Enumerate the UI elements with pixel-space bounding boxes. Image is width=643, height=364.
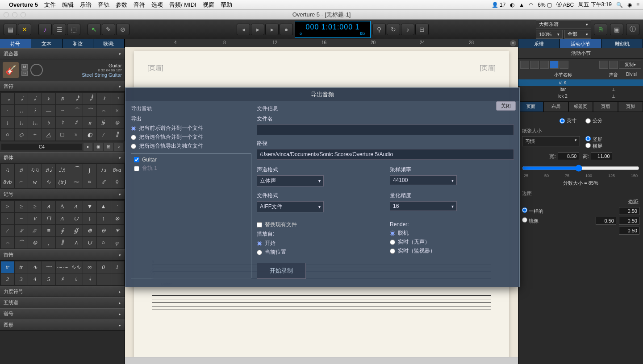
groups-header[interactable]: 群体▾	[0, 152, 125, 163]
replace-checkbox[interactable]: 替换现有文件	[257, 221, 381, 228]
loop-icon[interactable]: ↻	[387, 24, 400, 35]
input-method[interactable]: Ⓐ ABC	[556, 1, 574, 8]
start-record-button[interactable]: 开始录制	[257, 263, 306, 279]
subtab-layout[interactable]: 布局	[543, 101, 568, 112]
format-select[interactable]: AIFF文件	[257, 201, 324, 212]
orient-portrait[interactable]: 竖屏	[585, 136, 602, 143]
spotlight-icon[interactable]: 🔍	[616, 2, 623, 8]
dialog-close-button[interactable]: 关闭	[496, 101, 516, 111]
paper-select[interactable]: 习惯	[522, 136, 580, 146]
list-icon[interactable]: ☰	[53, 24, 66, 35]
filename-input[interactable]	[257, 124, 514, 135]
render-rt-silent[interactable]: 实时（无声）	[390, 238, 514, 246]
margin-2[interactable]	[596, 217, 616, 225]
mute-button[interactable]: M	[21, 64, 28, 70]
preset-select[interactable]: 大师乐谱	[536, 20, 591, 29]
menu-file[interactable]: 文件	[44, 1, 56, 9]
metronome-icon[interactable]: ⚲	[372, 24, 386, 35]
subtab-footer[interactable]: 页脚	[618, 101, 643, 112]
palette-btn-4[interactable]: ♪	[114, 143, 123, 151]
tab-score-r[interactable]: 乐谱	[518, 39, 560, 48]
info-icon[interactable]: ⓘ	[626, 24, 639, 35]
panel-toggle-button[interactable]: ▤	[4, 24, 17, 35]
shape-header[interactable]: 图形▸	[0, 319, 125, 331]
zoom-window[interactable]	[21, 12, 26, 17]
clock[interactable]: 周五 下午3:19	[578, 1, 612, 8]
instrument-icon[interactable]: 🎸	[3, 62, 19, 78]
menu-edit[interactable]: 编辑	[62, 1, 74, 9]
subtab-header[interactable]: 页眉	[593, 101, 618, 112]
tab-symbols[interactable]: 符号	[0, 39, 31, 48]
palette-btn-3[interactable]: ⊞	[104, 143, 113, 151]
rs-icon-3[interactable]	[540, 61, 549, 69]
margin-1[interactable]	[619, 207, 639, 215]
rs-icon-7[interactable]	[609, 61, 618, 69]
pencil-tool[interactable]: ✎	[102, 24, 115, 35]
dynamics-header[interactable]: 力度符号▸	[0, 286, 125, 297]
tab-chords[interactable]: 和弦	[63, 39, 94, 48]
tool-x-button[interactable]: ✕	[18, 24, 31, 35]
width-input[interactable]	[558, 152, 579, 160]
ornaments-header[interactable]: 首饰▾	[0, 249, 125, 261]
status-icon-2[interactable]: ▲	[519, 2, 524, 8]
samplerate-select[interactable]: 44100	[390, 175, 457, 185]
rs-icon-5[interactable]	[559, 61, 568, 69]
export-opt-merge-tracks[interactable]: 把所选音轨合并到一个文件	[131, 133, 251, 141]
minimize-window[interactable]	[12, 12, 17, 17]
snap-icon[interactable]: ♪	[401, 24, 414, 35]
rewind-button[interactable]: ◂	[237, 24, 250, 35]
pitch-field[interactable]: C4	[1, 144, 82, 150]
render-offline[interactable]: 脱机	[390, 229, 514, 237]
battery-status[interactable]: 6% ▢	[538, 2, 551, 8]
track-guitar[interactable]: Guitar	[133, 156, 249, 164]
rs-icon-6[interactable]	[599, 61, 608, 69]
orient-landscape[interactable]: 横屏	[585, 143, 602, 149]
rs-icon-2[interactable]	[530, 61, 539, 69]
notification-count[interactable]: 👤17	[492, 2, 505, 8]
playfrom-current[interactable]: 当前位置	[257, 248, 381, 256]
menu-score[interactable]: 乐谱	[80, 1, 92, 9]
status-icon-1[interactable]: ◐	[510, 2, 514, 8]
app-name[interactable]: Overture 5	[9, 1, 38, 8]
menu-notes[interactable]: 音符	[134, 1, 145, 9]
menu-audio-midi[interactable]: 音频/ MIDI	[169, 1, 196, 9]
height-input[interactable]	[591, 152, 612, 160]
palette-btn-2[interactable]: ◉	[94, 143, 103, 151]
playfrom-start[interactable]: 开始	[257, 240, 381, 247]
bitdepth-select[interactable]: 16	[390, 201, 457, 211]
record-button[interactable]: ●	[280, 24, 293, 35]
mixer-icon[interactable]: ⬚	[67, 24, 80, 35]
erase-tool[interactable]: ⊘	[116, 24, 129, 35]
horizontal-scrollbar[interactable]	[125, 357, 518, 364]
rs-icon-1[interactable]	[520, 61, 529, 69]
cursor-tool[interactable]: ↖	[88, 24, 101, 35]
ruler-close-icon[interactable]: ✕	[510, 40, 516, 46]
subtab-titlepage[interactable]: 标题页	[568, 101, 593, 112]
staff-header[interactable]: 五线谱▸	[0, 297, 125, 308]
margin-same[interactable]: 一样的	[522, 207, 543, 215]
notes-header[interactable]: 音符▾	[0, 81, 125, 92]
solo-button[interactable]: S	[21, 70, 28, 76]
pan-knob[interactable]	[30, 64, 43, 76]
timecode-display[interactable]: 000 1:01:000 1 oBx	[295, 21, 371, 38]
render-rt-monitor[interactable]: 实时（监视器）	[390, 247, 514, 255]
menu-params[interactable]: 参数	[116, 1, 127, 9]
export-opt-merge-score[interactable]: 把当前乐谱合并到一个文件	[131, 124, 251, 132]
menu-window[interactable]: 视窗	[203, 1, 214, 9]
score-ruler[interactable]: 4 8 12 16 20 24 28 ✕	[125, 39, 518, 47]
tab-lyrics[interactable]: 歌词:	[93, 39, 125, 48]
palette-btn-1[interactable]: ▸	[84, 143, 92, 151]
zoom-select[interactable]: 100%	[536, 30, 563, 39]
siri-icon[interactable]: ◉	[627, 2, 632, 8]
menu-track[interactable]: 音轨	[98, 1, 109, 9]
margin-4[interactable]	[619, 227, 639, 235]
tab-engraver[interactable]: 雕刻机	[601, 39, 643, 48]
export-opt-separate[interactable]: 把所选音轨导出为独立文件	[131, 142, 251, 150]
unit-inch[interactable]: 英寸	[559, 117, 576, 124]
align-icon[interactable]: ⊟	[415, 24, 429, 35]
margin-3[interactable]	[619, 217, 639, 225]
play2-button[interactable]: ▸	[265, 24, 279, 35]
tab-text[interactable]: 文本	[31, 39, 63, 48]
unit-cm[interactable]: 公分	[585, 117, 602, 124]
rs-icon-4[interactable]	[550, 61, 559, 69]
